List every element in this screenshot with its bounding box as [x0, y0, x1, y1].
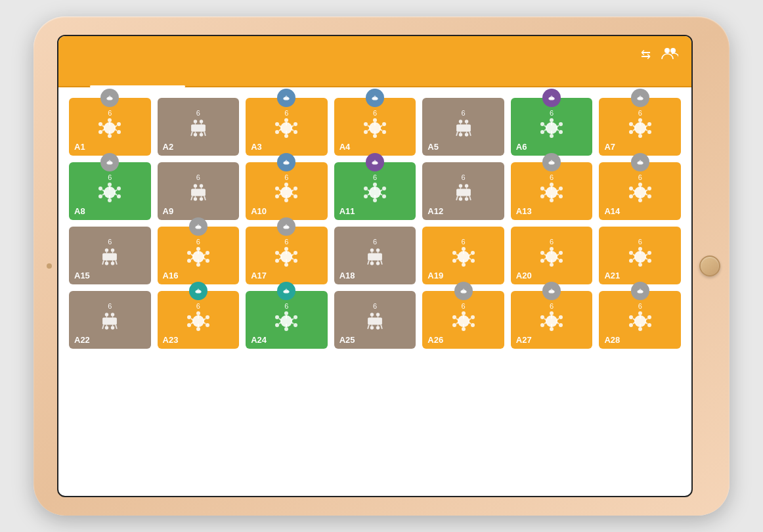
tab-main[interactable] — [58, 73, 217, 86]
ipad-screen: ⇆ 6 — [57, 35, 693, 497]
svg-point-35 — [284, 118, 288, 122]
table-count-a11: 6 — [373, 173, 377, 181]
home-button[interactable] — [699, 255, 720, 277]
svg-line-218 — [116, 260, 117, 264]
table-cell-a19[interactable]: 6 A19 — [422, 227, 504, 284]
dish-icon-a7 — [631, 89, 649, 107]
svg-point-147 — [294, 194, 297, 198]
svg-point-39 — [275, 130, 279, 134]
table-cell-a28[interactable]: 6 A28 — [599, 291, 681, 349]
svg-point-101 — [629, 130, 633, 134]
merge-icon[interactable]: ⇆ — [641, 47, 651, 62]
svg-point-287 — [550, 263, 554, 267]
svg-point-348 — [275, 323, 279, 327]
svg-point-359 — [370, 313, 374, 316]
table-cell-a24[interactable]: 6 A24 — [246, 291, 328, 349]
svg-point-254 — [294, 259, 297, 263]
header: ⇆ — [58, 36, 691, 73]
table-count-a7: 6 — [638, 109, 642, 117]
table-cell-a1[interactable]: 6 A1 — [69, 98, 151, 156]
svg-line-313 — [116, 324, 117, 328]
table-icon-a9 — [185, 183, 211, 205]
table-cell-a16[interactable]: 6 A16 — [158, 227, 240, 284]
svg-point-249 — [284, 247, 288, 251]
svg-line-357 — [368, 324, 369, 328]
svg-rect-356 — [368, 318, 382, 325]
guests-icon[interactable] — [661, 47, 678, 63]
table-cell-a15[interactable]: 6 A15 — [69, 227, 151, 284]
svg-point-265 — [376, 248, 380, 252]
table-cell-a22[interactable]: 6 A22 — [69, 291, 151, 349]
svg-point-209 — [647, 194, 651, 198]
table-cell-a3[interactable]: 6 A3 — [246, 98, 328, 156]
dish-icon-a8 — [100, 153, 119, 171]
table-count-a26: 6 — [462, 302, 466, 310]
table-cell-a14[interactable]: 6 A14 — [599, 162, 681, 220]
table-icon-a7 — [627, 118, 653, 141]
table-cell-a21[interactable]: 6 A21 — [599, 227, 681, 284]
table-cell-a23[interactable]: 6 A23 — [158, 291, 240, 349]
table-icon-a6 — [538, 118, 565, 141]
table-cell-a20[interactable]: 6 A20 — [511, 227, 593, 284]
svg-point-81 — [550, 134, 554, 138]
tab-take-away[interactable] — [533, 73, 691, 86]
svg-point-49 — [373, 97, 378, 99]
ipad-frame: ⇆ 6 — [33, 16, 730, 516]
svg-point-85 — [559, 130, 563, 134]
svg-point-142 — [284, 183, 288, 187]
table-label-a1: A1 — [73, 142, 85, 152]
table-label-a18: A18 — [338, 271, 355, 280]
svg-point-159 — [373, 183, 377, 187]
svg-point-102 — [647, 130, 651, 134]
table-count-a18: 6 — [373, 238, 377, 246]
table-cell-a6[interactable]: 6 A6 — [511, 98, 593, 156]
table-cell-a5[interactable]: 6 A5 — [422, 98, 504, 156]
table-count-a25: 6 — [373, 302, 377, 310]
table-cell-a27[interactable]: 6 A27 — [511, 291, 593, 349]
table-cell-a13[interactable]: 6 A13 — [511, 162, 593, 220]
table-count-a21: 6 — [638, 238, 642, 246]
table-cell-a18[interactable]: 6 A18 — [334, 227, 416, 284]
table-cell-a25[interactable]: 6 A25 — [334, 291, 416, 349]
svg-point-299 — [638, 247, 642, 251]
table-icon-a21 — [627, 247, 653, 269]
table-cell-a4[interactable]: 6 A4 — [334, 98, 416, 156]
tab-floor1[interactable] — [217, 73, 375, 86]
table-icon-a27 — [538, 311, 565, 334]
svg-point-369 — [461, 290, 466, 292]
table-cell-a8[interactable]: 6 A8 — [69, 162, 151, 220]
svg-point-83 — [559, 122, 563, 126]
table-cell-a7[interactable]: 6 A7 — [599, 98, 681, 156]
svg-point-84 — [540, 130, 544, 134]
side-button — [47, 263, 52, 269]
table-count-a28: 6 — [638, 302, 642, 310]
svg-point-36 — [284, 134, 288, 138]
table-label-a7: A7 — [603, 142, 615, 152]
svg-point-111 — [108, 162, 112, 164]
svg-point-100 — [647, 122, 651, 126]
svg-rect-19 — [191, 125, 206, 132]
table-cell-a26[interactable]: 6 A26 — [422, 291, 504, 349]
table-cell-a11[interactable]: 6 A11 — [334, 162, 416, 220]
dish-icon-a6 — [542, 89, 561, 107]
svg-line-128 — [204, 196, 206, 200]
table-cell-a2[interactable]: 6 A2 — [158, 98, 240, 156]
dish-icon-a14 — [631, 153, 649, 171]
table-icon-a14 — [627, 183, 653, 205]
svg-point-301 — [629, 251, 633, 255]
svg-point-318 — [105, 326, 108, 329]
svg-point-303 — [629, 259, 633, 263]
table-cell-a12[interactable]: 6 A12 — [422, 162, 504, 220]
table-cell-a10[interactable]: 6 A10 — [246, 162, 328, 220]
svg-point-162 — [382, 187, 386, 190]
table-cell-a17[interactable]: 6 A17 — [246, 227, 328, 284]
table-icon-a18 — [362, 247, 388, 269]
tab-home-delivery[interactable] — [375, 73, 533, 86]
table-cell-a9[interactable]: 6 A9 — [158, 162, 240, 220]
svg-point-246 — [284, 226, 289, 228]
svg-point-11 — [98, 130, 102, 134]
svg-point-289 — [559, 251, 563, 255]
svg-point-71 — [458, 133, 462, 136]
svg-point-27 — [200, 133, 203, 136]
svg-rect-216 — [102, 254, 117, 261]
